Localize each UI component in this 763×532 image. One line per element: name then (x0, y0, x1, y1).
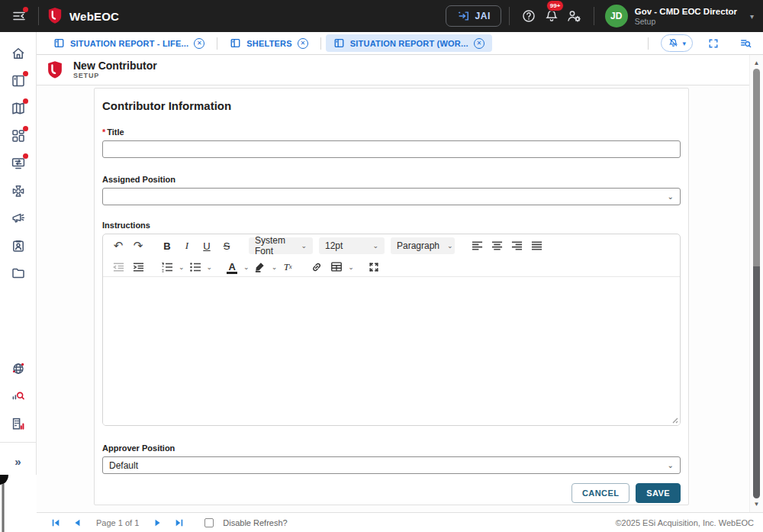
approver-position-select[interactable]: Default ⌄ (102, 456, 681, 474)
undo-button[interactable]: ↶ (109, 237, 127, 254)
align-right-button[interactable] (507, 237, 526, 254)
sidebar-item-plugins[interactable] (5, 177, 32, 205)
sidebar-item-contacts[interactable] (5, 232, 32, 260)
boards-alert-dot (23, 71, 28, 76)
disable-refresh-checkbox[interactable] (204, 518, 214, 527)
save-button[interactable]: SAVE (636, 483, 681, 503)
jai-button[interactable]: JAI (446, 5, 501, 27)
tab-shelters[interactable]: SHELTERS ✕ (222, 34, 315, 52)
close-tab-icon[interactable]: ✕ (298, 38, 308, 49)
collapse-menu-button[interactable] (8, 5, 31, 27)
insert-table-button[interactable] (327, 259, 346, 276)
analytics-search-icon (11, 389, 26, 404)
align-center-button[interactable] (488, 237, 506, 254)
search-list-icon (739, 37, 752, 50)
building-chart-icon (11, 416, 26, 431)
indent-icon (133, 262, 144, 272)
close-tab-icon[interactable]: ✕ (194, 38, 204, 49)
scroll-down-arrow[interactable]: ▼ (750, 501, 763, 508)
last-page-icon (175, 518, 184, 527)
sidebar-item-home[interactable] (5, 40, 32, 67)
table-icon (330, 261, 343, 272)
mute-notifications-dropdown[interactable]: ▾ (661, 34, 693, 52)
sidebar-item-notifications[interactable] (5, 205, 32, 232)
fullscreen-button[interactable] (702, 32, 725, 55)
help-button[interactable] (517, 5, 540, 27)
font-size-select[interactable]: 12pt ⌄ (319, 237, 385, 254)
block-format-select[interactable]: Paragraph ⌄ (391, 237, 455, 254)
scroll-up-arrow[interactable]: ▲ (750, 60, 763, 66)
user-menu[interactable]: JD Gov - CMD EOC Director Setup ▾ (605, 5, 754, 27)
board-icon (230, 37, 241, 49)
brand[interactable]: WebEOC (47, 7, 119, 25)
ordered-list-icon (161, 262, 173, 272)
sidebar-expand-button[interactable]: » (5, 447, 32, 475)
sidebar-item-analytics[interactable] (5, 382, 32, 410)
user-role: Setup (635, 17, 737, 26)
highlighter-icon (254, 261, 266, 272)
tabbar-divider (648, 37, 649, 50)
maps-alert-dot (23, 98, 28, 104)
form-actions: CANCEL SAVE (102, 483, 681, 503)
italic-button[interactable]: I (178, 237, 196, 254)
insert-link-button[interactable] (307, 259, 326, 276)
board-tab-bar: SITUATION REPORT - LIFE... ✕ SHELTERS ✕ (37, 32, 763, 55)
sidebar-item-global[interactable] (5, 355, 32, 382)
vertical-scrollbar[interactable]: ▲ ▼ (749, 55, 763, 512)
highlight-color-button[interactable] (251, 259, 269, 276)
justify-button[interactable] (527, 237, 546, 254)
previous-page-button[interactable] (69, 516, 85, 530)
sidebar-item-screens[interactable] (5, 150, 32, 177)
instructions-editor-body[interactable] (103, 277, 680, 425)
font-family-select[interactable]: System Font ⌄ (249, 237, 313, 254)
indent-button[interactable] (129, 259, 147, 276)
editor-toolbar-row-2: ⌄ ⌄ A⌄ ⌄ Tx (103, 257, 680, 277)
sidebar-divider (0, 442, 36, 443)
puzzle-icon (11, 183, 26, 198)
align-left-button[interactable] (468, 237, 486, 254)
board-icon (53, 37, 65, 49)
resize-handle[interactable] (671, 416, 678, 424)
scrollbar-thumb[interactable] (753, 69, 760, 498)
sidebar-item-files[interactable] (5, 260, 32, 287)
sidebar: » (0, 32, 37, 532)
editor-toolbar-row-1: ↶ ↷ B I U S System Font (103, 234, 680, 257)
tab-situation-report-life[interactable]: SITUATION REPORT - LIFE... ✕ (46, 34, 212, 52)
tab-situation-report-working[interactable]: SITUATION REPORT (WOR... ✕ (326, 34, 492, 52)
notifications-button[interactable]: 99+ (540, 5, 563, 27)
approver-position-label: Approver Position (102, 443, 681, 453)
strikethrough-button[interactable]: S (217, 237, 236, 254)
chevron-down-icon[interactable]: ⌄ (348, 263, 354, 271)
sidebar-item-maps[interactable] (5, 95, 32, 122)
sidebar-item-boards[interactable] (5, 67, 32, 95)
copyright-text: ©2025 ESi Acquisition, Inc. WebEOC (615, 518, 754, 527)
last-page-button[interactable] (171, 516, 188, 530)
ordered-list-button[interactable] (158, 259, 176, 276)
close-tab-icon[interactable]: ✕ (474, 38, 485, 49)
chevron-down-icon: ⌄ (668, 192, 674, 201)
bold-button[interactable]: B (158, 237, 176, 254)
sidebar-item-organization[interactable] (5, 410, 32, 437)
first-page-button[interactable] (47, 516, 64, 530)
text-color-button[interactable]: A (223, 259, 241, 276)
next-page-icon (153, 518, 163, 527)
editor-fullscreen-button[interactable] (365, 259, 383, 276)
home-icon (11, 46, 26, 61)
chevron-down-icon[interactable]: ⌄ (207, 263, 213, 271)
next-page-button[interactable] (150, 516, 166, 530)
sidebar-item-apps[interactable] (5, 122, 32, 150)
cancel-button[interactable]: CANCEL (571, 483, 629, 503)
underline-button[interactable]: U (198, 237, 216, 254)
chevron-down-icon[interactable]: ⌄ (179, 263, 185, 271)
outdent-button[interactable] (109, 259, 127, 276)
redo-button[interactable]: ↷ (129, 237, 147, 254)
chevron-down-icon[interactable]: ⌄ (272, 263, 278, 271)
assigned-position-select[interactable]: ⌄ (102, 188, 681, 205)
clear-formatting-button[interactable]: Tx (278, 259, 297, 276)
page-subtitle: SETUP (73, 72, 157, 80)
user-admin-button[interactable] (563, 5, 586, 27)
chevron-down-icon[interactable]: ⌄ (243, 263, 250, 271)
bullet-list-button[interactable] (186, 259, 204, 276)
title-input[interactable] (102, 140, 681, 158)
search-boards-button[interactable] (734, 32, 757, 55)
